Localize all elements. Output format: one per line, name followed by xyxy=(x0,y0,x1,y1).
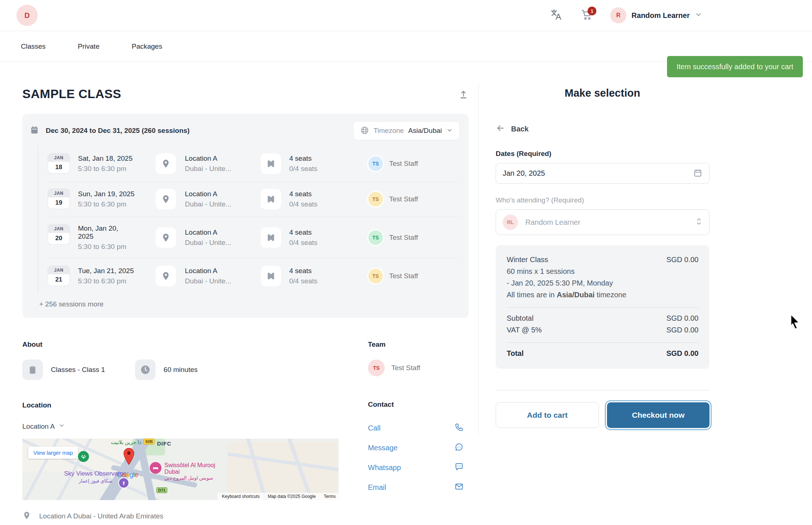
google-logo-letter: e xyxy=(134,471,138,479)
badge-day: 19 xyxy=(48,197,70,209)
summary-item-price: SGD 0.00 xyxy=(666,256,699,264)
tz-note-timezone: Asia/Dubai xyxy=(557,291,595,299)
team-member-avatar: TS xyxy=(368,360,385,376)
badge-month: JAN xyxy=(48,224,70,233)
map-attribution: Keyboard shortcuts Map data ©2025 Google… xyxy=(217,493,339,500)
date-badge: JAN 18 xyxy=(48,153,70,173)
session-date: Sat, Jan 18, 2025 xyxy=(78,154,152,163)
calendar-icon[interactable] xyxy=(693,168,703,179)
attendee-select[interactable]: RL Random Learner xyxy=(496,209,709,235)
staff-avatar: TS xyxy=(367,155,384,172)
session-row[interactable]: JAN 18 Sat, Jan 18, 2025 5:30 to 6:30 pm… xyxy=(48,146,460,182)
badge-day: 18 xyxy=(48,162,70,173)
tab-packages[interactable]: Packages xyxy=(132,42,162,51)
subtotal-label: Subtotal xyxy=(507,314,533,323)
team-member: TS Test Staff xyxy=(368,360,469,376)
team-heading: Team xyxy=(368,340,469,349)
session-location-name: Location A xyxy=(185,267,261,275)
staff-avatar: TS xyxy=(367,268,384,284)
clock-icon xyxy=(135,360,156,380)
timezone-value: Asia/Dubai xyxy=(408,127,442,135)
user-name: Random Learner xyxy=(632,11,690,20)
attendee-avatar: RL xyxy=(503,215,518,230)
map-poi-observatory-icon[interactable] xyxy=(118,477,129,488)
google-map[interactable]: View larger map ذا جرين بلانيت DIFC 50B … xyxy=(22,439,339,500)
chevron-down-icon xyxy=(59,422,65,431)
tab-classes[interactable]: Classes xyxy=(21,42,46,51)
timezone-label: Timezone xyxy=(373,127,404,135)
language-button[interactable] xyxy=(549,8,563,23)
session-row[interactable]: JAN 21 Tue, Jan 21, 2025 5:30 to 6:30 pm… xyxy=(48,258,460,294)
map-pin-icon xyxy=(123,448,135,468)
session-date: Mon, Jan 20, 2025 xyxy=(78,224,126,241)
clipboard-icon xyxy=(22,360,43,380)
org-avatar[interactable]: D xyxy=(16,5,38,26)
location-selector[interactable]: Location A xyxy=(22,422,339,431)
tab-private[interactable]: Private xyxy=(78,42,100,51)
map-label-hotel[interactable]: Swissôtel Al Murooj Dubai xyxy=(164,462,216,476)
toast-message: Item successfully added to your cart xyxy=(677,63,793,71)
contact-email-link[interactable]: Email xyxy=(368,477,464,497)
staff-name: Test Staff xyxy=(389,195,418,203)
whatsapp-chat-icon xyxy=(454,462,464,473)
session-seats: 4 seats xyxy=(289,228,367,237)
panel-divider xyxy=(496,390,709,391)
contact-message-link[interactable]: Message xyxy=(368,438,464,458)
chevron-down-icon xyxy=(446,127,453,135)
contact-whatsapp-link[interactable]: Whatsapp xyxy=(368,458,464,477)
session-row[interactable]: JAN 19 Sun, Jan 19, 2025 5:30 to 6:30 pm… xyxy=(48,182,460,217)
share-icon[interactable] xyxy=(458,89,469,101)
cart-button[interactable]: 1 xyxy=(580,8,594,23)
map-poi-park-icon[interactable] xyxy=(78,451,89,462)
more-sessions-link[interactable]: + 256 sessions more xyxy=(39,300,460,308)
location-pin-icon xyxy=(156,266,176,286)
google-logo[interactable]: Google xyxy=(117,471,138,479)
cart-count-badge: 1 xyxy=(588,7,596,15)
contact-call-link[interactable]: Call xyxy=(368,418,464,438)
map-poi-hotel-icon[interactable] xyxy=(150,462,161,474)
select-chevrons-icon xyxy=(695,217,703,228)
session-time: 5:30 to 6:30 pm xyxy=(78,165,152,173)
location-address: Location A Dubai - United Arab Emirates xyxy=(39,512,163,520)
class-detail-section: SAMPLE CLASS xyxy=(0,62,478,525)
session-location-sub: Dubai - Unite... xyxy=(185,277,261,285)
vat-value: SGD 0.00 xyxy=(666,326,699,334)
back-button[interactable]: Back xyxy=(496,123,536,134)
user-menu[interactable]: R Random Learner xyxy=(610,7,702,23)
session-row[interactable]: JAN 20 Mon, Jan 20, 2025 5:30 to 6:30 pm… xyxy=(48,217,460,258)
date-input-value: Jan 20, 2025 xyxy=(503,169,693,178)
location-heading: Location xyxy=(22,401,339,409)
staff-avatar: TS xyxy=(367,191,384,208)
session-date-range: Dec 30, 2024 to Dec 31, 2025 (260 sessio… xyxy=(46,127,353,135)
date-badge: JAN 20 xyxy=(48,224,70,244)
timezone-select[interactable]: Timezone Asia/Dubai xyxy=(353,121,460,140)
view-larger-map-button[interactable]: View larger map xyxy=(28,447,78,459)
session-seats-sub: 0/4 seats xyxy=(289,165,367,173)
phone-icon xyxy=(454,422,464,433)
page-title: SAMPLE CLASS xyxy=(22,87,121,101)
session-location-sub: Dubai - Unite... xyxy=(185,239,261,247)
google-logo-letter: o xyxy=(122,471,126,479)
user-avatar: R xyxy=(610,7,626,23)
session-time: 5:30 to 6:30 pm xyxy=(78,277,152,285)
location-selector-value: Location A xyxy=(22,422,55,431)
globe-icon xyxy=(360,126,369,136)
map-label-difc: DIFC xyxy=(157,440,171,447)
main-content: SAMPLE CLASS xyxy=(0,62,812,525)
location-pin-icon xyxy=(22,510,31,522)
session-location-sub: Dubai - Unite... xyxy=(185,200,261,208)
map-keyboard-shortcuts[interactable]: Keyboard shortcuts xyxy=(222,494,260,499)
dates-field-label: Dates (Required) xyxy=(496,150,709,158)
staff-name: Test Staff xyxy=(389,160,418,168)
badge-day: 20 xyxy=(48,233,70,244)
contact-call-label: Call xyxy=(368,424,380,432)
date-input[interactable]: Jan 20, 2025 xyxy=(496,163,709,184)
chat-bubble-icon xyxy=(454,442,464,453)
checkout-now-button[interactable]: Checkout now xyxy=(607,402,709,428)
add-to-cart-button[interactable]: Add to cart xyxy=(496,402,599,428)
map-terms-link[interactable]: Terms xyxy=(324,494,336,499)
staff-name: Test Staff xyxy=(389,272,418,280)
session-seats: 4 seats xyxy=(289,267,367,275)
map-label-sky-views-arabic: سكاي فيوز إعمار xyxy=(79,478,112,484)
map-label-hotel-arabic: سويس اوتيل المروج دبي xyxy=(164,475,213,481)
